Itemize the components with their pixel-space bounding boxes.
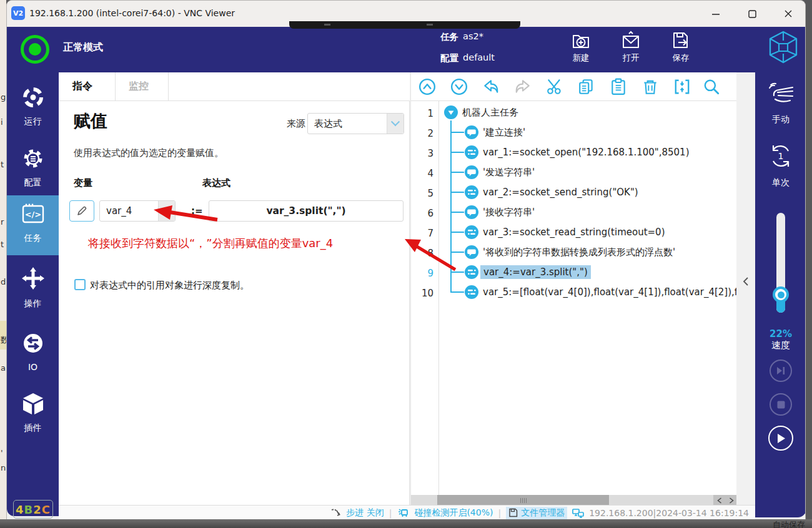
play-button[interactable] <box>768 426 793 451</box>
assignment-icon <box>464 265 479 280</box>
tree-row[interactable]: '建立连接' <box>464 122 525 142</box>
comment-icon <box>464 165 479 180</box>
vnc-viewer-window: V2 192.168.1.200 (intel-corei7-64:0) - V… <box>6 0 806 519</box>
sidebar-item-plugin[interactable]: 插件 <box>7 386 59 441</box>
vnc-toolbar-tab[interactable] <box>289 21 520 29</box>
search-button[interactable] <box>702 77 721 96</box>
redo-icon <box>514 78 532 95</box>
mode-status-icon <box>21 35 49 64</box>
annotation-text: 将接收到字符数据以“，”分割再赋值的变量var_4 <box>88 236 333 251</box>
source-select[interactable]: 表达式 <box>307 113 404 134</box>
tab-monitor[interactable]: 监控 <box>129 80 149 93</box>
trash-icon <box>641 78 659 95</box>
tree-row[interactable]: '发送字符串' <box>464 162 535 182</box>
io-arrows-icon <box>21 331 46 356</box>
taskbar-sliver: 自动保存 <box>0 519 812 528</box>
chevron-down-icon <box>158 201 175 221</box>
circle-down-icon <box>450 78 468 95</box>
desktop: g i t r t d 数 a ' n 自动保存 V2 192.168.1.20… <box>0 0 812 528</box>
copy-icon <box>578 78 595 95</box>
comment-icon <box>464 245 479 260</box>
step-mode-status[interactable]: 步进 关闭 <box>346 507 384 519</box>
delete-button[interactable] <box>641 77 660 96</box>
tree-row[interactable]: var_1:=socket_open("192.168.1.100",8501) <box>464 142 690 162</box>
network-icon <box>572 508 584 518</box>
sidebar-item-task[interactable]: </> 任务 <box>7 195 59 255</box>
tree-row[interactable]: var_2:=socket_send_string("OK") <box>464 182 638 202</box>
save-task-button[interactable]: 保存 <box>666 30 695 64</box>
stop-icon <box>777 401 785 409</box>
deep-copy-checkbox[interactable] <box>74 279 86 290</box>
speed-slider-thumb[interactable] <box>773 286 789 303</box>
tree-row[interactable]: '接收字符串' <box>464 202 535 222</box>
app-topbar: 正常模式 任务 as2* 配置 default 新建 打开 <box>7 27 806 72</box>
sidebar-item-config[interactable]: 配置 <box>7 141 59 196</box>
mode-label: 正常模式 <box>63 41 103 54</box>
undo-button[interactable] <box>482 77 500 96</box>
paste-button[interactable] <box>609 77 628 96</box>
collision-icon <box>397 507 409 518</box>
variable-select[interactable]: var_4 <box>99 200 176 222</box>
assignment-icon <box>464 225 479 240</box>
tab-instruction[interactable]: 指令 <box>72 80 92 93</box>
description-text: 使用表达式的值为选定的变量赋值。 <box>74 147 224 159</box>
panel-gap <box>736 72 755 506</box>
insert-button[interactable] <box>673 77 691 96</box>
maximize-icon <box>748 10 756 18</box>
circle-up-icon <box>418 78 436 95</box>
minimize-button[interactable] <box>701 4 730 23</box>
step-forward-button[interactable] <box>770 359 792 382</box>
page-title: 赋值 <box>74 110 107 132</box>
task-code-icon: </> <box>21 203 46 224</box>
file-manager-button[interactable]: 文件管理器 <box>506 507 567 519</box>
move-down-button[interactable] <box>450 77 468 96</box>
manual-mode-button[interactable]: 手动 <box>755 82 806 105</box>
open-task-button[interactable]: 打开 <box>616 30 645 64</box>
vnc-logo-icon: V2 <box>11 6 25 20</box>
collapse-panel-handle[interactable] <box>740 273 751 290</box>
close-icon <box>784 9 793 18</box>
speed-slider-track[interactable] <box>776 213 785 313</box>
sidebar-item-run[interactable]: 运行 <box>7 80 59 135</box>
config-value: default <box>463 52 495 62</box>
cut-button[interactable] <box>545 77 564 96</box>
svg-text:1: 1 <box>778 151 784 161</box>
single-run-button[interactable]: 1 单次 <box>755 142 806 170</box>
tree-row[interactable]: '将收到的字符串数据转换成列表形式的浮点数' <box>464 242 675 262</box>
assignment-icon <box>464 285 479 300</box>
expression-input[interactable]: var_3.split(",") <box>209 200 404 222</box>
chevron-down-icon <box>387 114 404 134</box>
edit-variable-button[interactable] <box>69 200 94 222</box>
source-label: 来源 <box>287 118 305 130</box>
connection-info: 192.168.1.200|2024-03-14 16:19:14 <box>589 508 749 518</box>
panel-tabbar: 指令 监控 <box>59 72 410 101</box>
maximize-button[interactable] <box>738 4 766 23</box>
stop-button[interactable] <box>770 393 792 416</box>
copy-button[interactable] <box>577 77 596 96</box>
close-button[interactable] <box>774 4 803 23</box>
sidebar-item-io[interactable]: IO <box>7 326 59 381</box>
sidebar-item-operate[interactable]: 操作 <box>7 261 59 317</box>
tree-row[interactable]: var_3:=socket_read_string(timeout=0) <box>464 222 665 242</box>
hand-icon <box>766 82 795 105</box>
insert-brackets-icon <box>673 78 691 95</box>
single-cycle-icon: 1 <box>767 142 795 170</box>
new-task-button[interactable]: 新建 <box>567 30 595 64</box>
comment-icon <box>464 125 479 140</box>
statusbar: 步进 关闭 | 碰撞检测开启(40%) | 文件管理器 <box>59 505 755 519</box>
run-icon <box>21 85 46 110</box>
collision-status[interactable]: 碰撞检测开启(40%) <box>414 507 493 519</box>
undo-icon <box>482 78 500 95</box>
chevron-left-icon <box>717 497 722 504</box>
4b2c-logo: 4B2C <box>13 500 53 519</box>
move-arrows-icon <box>21 266 46 291</box>
redo-button[interactable] <box>513 77 532 96</box>
tree-row[interactable]: 机器人主任务 <box>443 102 518 122</box>
assign-symbol: := <box>191 205 203 217</box>
instruction-panel: 指令 监控 赋值 来源 表达式 使用表达式的值为选定的变量赋值。 变量 表达式 … <box>59 72 410 505</box>
move-up-button[interactable] <box>418 77 437 96</box>
tree-row-selected[interactable]: var_4:=var_3.split(",") <box>464 262 591 282</box>
checkbox-label: 对表达式中的引用对象进行深度复制。 <box>90 280 249 291</box>
plugin-cube-icon <box>21 391 46 416</box>
tree-row[interactable]: var_5:=[float(var_4[0]),float(var_4[1]),… <box>464 282 737 302</box>
